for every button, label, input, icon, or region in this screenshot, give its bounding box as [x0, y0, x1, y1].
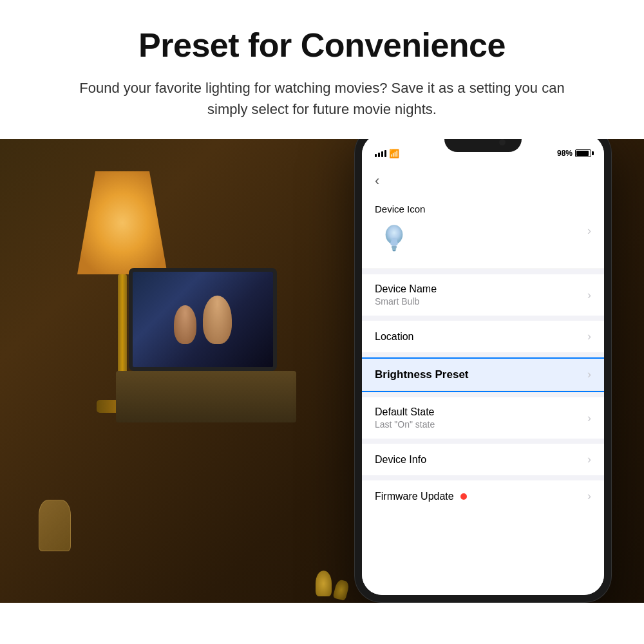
decor-item-1 [316, 571, 332, 596]
bar-4 [384, 150, 386, 157]
status-right: 98% [557, 149, 591, 158]
device-name-chevron: › [587, 289, 591, 302]
default-state-chevron: › [587, 412, 591, 425]
bar-3 [381, 151, 383, 157]
firmware-update-label: Firmware Update [375, 491, 454, 502]
battery-icon [575, 149, 591, 157]
device-icon-item[interactable]: Device Icon [362, 196, 604, 269]
decor-item-2 [332, 579, 350, 601]
bottom-section: 📶 98% ‹ [0, 139, 644, 603]
bar-2 [378, 153, 380, 157]
brightness-preset-section: Brightness Preset › [362, 357, 604, 392]
default-state-section: Default State Last "On" state › [362, 397, 604, 439]
device-icon-section: Device Icon [362, 196, 604, 269]
device-icon-content: Device Icon [375, 204, 425, 258]
brightness-preset-label: Brightness Preset [375, 368, 587, 381]
battery-fill [576, 151, 589, 156]
location-content: Location [375, 331, 587, 343]
device-info-item[interactable]: Device Info › [362, 444, 604, 475]
firmware-dot-icon [460, 493, 467, 500]
location-item[interactable]: Location › [362, 321, 604, 352]
device-icon-label: Device Icon [375, 204, 425, 214]
bar-1 [375, 154, 377, 157]
wifi-icon: 📶 [389, 149, 399, 158]
figure-2 [203, 296, 232, 344]
default-state-value: Last "On" state [375, 419, 587, 430]
location-chevron: › [587, 330, 591, 343]
figure-1 [174, 305, 196, 344]
device-info-content: Device Info [375, 454, 587, 466]
phone-container: 📶 98% ‹ [354, 139, 625, 603]
location-section: Location › [362, 321, 604, 352]
status-bar: 📶 98% [362, 139, 604, 166]
settings-list: Device Icon [362, 196, 604, 512]
app-content: ‹ Device Icon [362, 166, 604, 595]
notch [444, 139, 522, 152]
tv-screen [133, 272, 273, 367]
firmware-update-item[interactable]: Firmware Update › [362, 480, 604, 512]
brightness-preset-chevron: › [587, 368, 591, 381]
firmware-update-content: Firmware Update [375, 491, 587, 502]
signal-bars [375, 150, 386, 157]
page-subtitle: Found your favorite lighting for watchin… [71, 77, 573, 120]
bulb-icon-wrap [375, 220, 413, 258]
device-name-section: Device Name Smart Bulb › [362, 274, 604, 316]
phone-outer: 📶 98% ‹ [354, 139, 612, 603]
svg-rect-1 [392, 246, 397, 248]
back-button[interactable]: ‹ [375, 173, 379, 189]
camera [499, 139, 506, 146]
tv-stand [116, 371, 296, 422]
page-title: Preset for Convenience [39, 26, 605, 64]
decanter [39, 500, 71, 551]
firmware-update-chevron: › [587, 489, 591, 503]
device-icon-chevron: › [587, 224, 591, 238]
brightness-preset-content: Brightness Preset [375, 368, 587, 381]
app-header: ‹ [362, 166, 604, 196]
brightness-preset-item[interactable]: Brightness Preset › [362, 359, 604, 391]
device-name-item[interactable]: Device Name Smart Bulb › [362, 274, 604, 316]
firmware-update-section: Firmware Update › [362, 480, 604, 512]
tv-frame [129, 268, 277, 371]
location-label: Location [375, 331, 587, 343]
device-info-chevron: › [587, 453, 591, 466]
default-state-content: Default State Last "On" state [375, 406, 587, 430]
phone-screen: 📶 98% ‹ [362, 139, 604, 595]
top-section: Preset for Convenience Found your favori… [0, 0, 644, 139]
bulb-icon [378, 223, 410, 255]
lamp-shade [77, 171, 167, 274]
default-state-item[interactable]: Default State Last "On" state › [362, 397, 604, 439]
tv-figures [174, 296, 232, 344]
default-state-label: Default State [375, 406, 587, 418]
svg-rect-2 [392, 248, 397, 250]
status-left: 📶 [375, 149, 399, 158]
svg-rect-3 [393, 250, 396, 252]
device-info-section: Device Info › [362, 444, 604, 475]
bottom-divider [362, 391, 604, 392]
battery-percent: 98% [557, 149, 573, 158]
device-info-label: Device Info [375, 454, 587, 466]
device-name-content: Device Name Smart Bulb [375, 283, 587, 307]
device-name-label: Device Name [375, 283, 587, 295]
device-name-value: Smart Bulb [375, 296, 587, 307]
